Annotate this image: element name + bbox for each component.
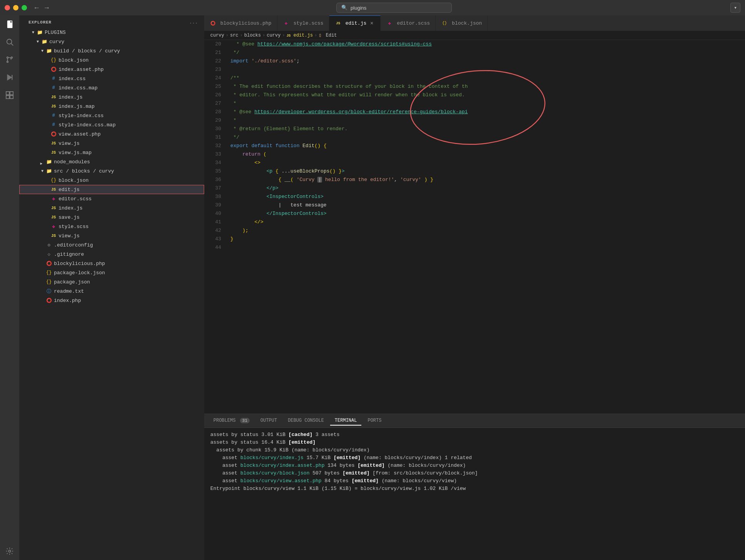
blockylicious-php-file[interactable]: ⭕ blockylicious.php <box>19 259 204 268</box>
src-block-json-icon: {} <box>50 177 57 184</box>
line-23: 23 <box>204 65 745 74</box>
dropdown-button[interactable]: ▾ <box>730 3 740 13</box>
gitignore-file[interactable]: ◇ .gitignore <box>19 250 204 259</box>
svg-point-8 <box>11 57 13 59</box>
curvy-folder-icon: 📁 <box>41 38 48 45</box>
index-js-map-file[interactable]: JS index.js.map <box>19 102 204 111</box>
svg-rect-11 <box>6 92 9 95</box>
curvy-folder[interactable]: ▼ 📁 curvy <box>19 37 204 46</box>
style-index-css-map-file[interactable]: # style-index.css.map <box>19 120 204 129</box>
index-js-icon: JS <box>50 94 57 101</box>
tab-problems[interactable]: PROBLEMS 31 <box>209 416 254 426</box>
index-css-map-file[interactable]: # index.css.map <box>19 83 204 92</box>
settings-activity-icon[interactable] <box>4 545 15 557</box>
src-chevron: ▼ <box>39 168 45 174</box>
index-asset-php-file[interactable]: ⭕ index.asset.php <box>19 65 204 74</box>
build-chevron: ▼ <box>39 48 45 54</box>
tab-ports-label: PORTS <box>367 418 381 423</box>
src-style-scss-label: style.scss <box>59 224 204 230</box>
code-editor[interactable]: 20 * @see https://www.npmjs.com/package/… <box>204 40 745 414</box>
block-json-file[interactable]: {} block.json <box>19 55 204 65</box>
breadcrumb-edit-js[interactable]: JS edit.js <box>287 33 313 38</box>
maximize-button[interactable] <box>22 5 27 10</box>
src-index-js-label: index.js <box>59 205 204 211</box>
src-blocks-curvy-folder[interactable]: ▼ 📁 src / blocks / curvy <box>19 166 204 176</box>
src-editor-scss-file[interactable]: ✤ editor.scss <box>19 194 204 203</box>
tab-ports[interactable]: PORTS <box>363 416 386 426</box>
view-asset-php-label: view.asset.php <box>59 131 204 137</box>
search-input[interactable] <box>351 5 447 11</box>
explorer-activity-icon[interactable] <box>4 18 15 30</box>
tabs-bar: ⭕ blockylicious.php ✤ style.scss JS edit… <box>204 15 745 31</box>
plugins-folder[interactable]: ▼ 📁 PLUGINS <box>19 28 204 37</box>
index-js-file[interactable]: JS index.js <box>19 92 204 102</box>
view-asset-php-file[interactable]: ⭕ view.asset.php <box>19 129 204 139</box>
index-css-file[interactable]: # index.css <box>19 74 204 83</box>
tab-style-scss[interactable]: ✤ style.scss <box>277 15 329 31</box>
tab-block-json-icon: {} <box>441 20 448 27</box>
readme-txt-file[interactable]: ⓘ readme.txt <box>19 287 204 296</box>
src-view-js-file[interactable]: JS view.js <box>19 231 204 240</box>
src-save-js-icon: JS <box>50 214 57 221</box>
tab-block-json[interactable]: {} block.json <box>436 15 488 31</box>
readme-icon: ⓘ <box>45 288 52 295</box>
tab-output[interactable]: OUTPUT <box>256 416 282 426</box>
line-44: 44 <box>204 243 745 252</box>
line-29: 29 * <box>204 116 745 125</box>
package-lock-json-file[interactable]: {} package-lock.json <box>19 268 204 277</box>
tab-blockylicious-php[interactable]: ⭕ blockylicious.php <box>204 15 277 31</box>
breadcrumb-blocks[interactable]: blocks <box>244 33 261 38</box>
line-28: 28 * @see https://developer.wordpress.or… <box>204 108 745 116</box>
view-js-icon: JS <box>50 140 57 147</box>
search-box[interactable]: 🔍 <box>336 3 452 13</box>
terminal-tabs: PROBLEMS 31 OUTPUT DEBUG CONSOLE TERMINA… <box>204 414 745 428</box>
term-line-4: asset blocks/curvy/index.js 15.7 KiB [em… <box>210 454 739 462</box>
line-24: 24 /** <box>204 74 745 82</box>
forward-button[interactable]: → <box>43 4 50 12</box>
index-js-map-label: index.js.map <box>59 104 204 109</box>
svg-point-7 <box>7 61 8 63</box>
src-save-js-label: save.js <box>59 215 204 220</box>
src-block-json-file[interactable]: {} block.json <box>19 176 204 185</box>
breadcrumb-curvy2[interactable]: curvy <box>267 33 280 38</box>
more-actions-button[interactable]: ... <box>190 20 198 25</box>
src-blocks-curvy-label: src / blocks / curvy <box>54 168 204 174</box>
view-js-file[interactable]: JS view.js <box>19 139 204 148</box>
package-json-file[interactable]: {} package.json <box>19 277 204 287</box>
gitignore-icon: ◇ <box>45 251 52 258</box>
src-save-js-file[interactable]: JS save.js <box>19 213 204 222</box>
style-index-css-file[interactable]: # style-index.css <box>19 111 204 120</box>
tab-edit-js[interactable]: JS edit.js × <box>329 15 381 31</box>
node-modules-folder[interactable]: ▼ 📁 node_modules <box>19 157 204 166</box>
build-blocks-curvy-folder[interactable]: ▼ 📁 build / blocks / curvy <box>19 46 204 55</box>
back-button[interactable]: ← <box>33 4 40 12</box>
src-index-js-file[interactable]: JS index.js <box>19 203 204 213</box>
tab-terminal-label: TERMINAL <box>335 418 357 423</box>
view-js-map-file[interactable]: JS view.js.map <box>19 148 204 157</box>
editorconfig-file[interactable]: ⚙ .editorconfig <box>19 240 204 250</box>
index-js-label: index.js <box>59 94 204 100</box>
view-js-map-icon: JS <box>50 149 57 156</box>
terminal-content: assets by status 3.01 KiB [cached] 3 ass… <box>204 428 745 560</box>
tab-close-button[interactable]: × <box>369 20 375 27</box>
src-view-js-label: view.js <box>59 233 204 239</box>
search-activity-icon[interactable] <box>4 36 15 48</box>
minimize-button[interactable] <box>13 5 18 10</box>
terminal-area: PROBLEMS 31 OUTPUT DEBUG CONSOLE TERMINA… <box>204 414 745 560</box>
breadcrumb-src[interactable]: src <box>230 33 238 38</box>
tab-debug-console[interactable]: DEBUG CONSOLE <box>283 416 329 426</box>
blockylicious-php-icon: ⭕ <box>45 260 52 267</box>
sidebar-header: Explorer ... <box>19 15 204 26</box>
breadcrumb-edit-fn[interactable]: ▯ Edit <box>319 32 337 38</box>
extensions-activity-icon[interactable] <box>4 89 15 101</box>
tab-editor-scss[interactable]: ✤ editor.scss <box>381 15 436 31</box>
run-activity-icon[interactable] <box>4 72 15 83</box>
tab-editor-scss-icon: ✤ <box>386 20 393 27</box>
breadcrumb-curvy[interactable]: curvy <box>210 33 224 38</box>
src-edit-js-file[interactable]: JS edit.js <box>19 185 204 194</box>
source-control-activity-icon[interactable] <box>4 54 15 65</box>
src-style-scss-file[interactable]: ✤ style.scss <box>19 222 204 231</box>
index-php-file[interactable]: ⭕ index.php <box>19 296 204 305</box>
tab-terminal[interactable]: TERMINAL <box>330 416 362 426</box>
close-button[interactable] <box>5 5 10 10</box>
